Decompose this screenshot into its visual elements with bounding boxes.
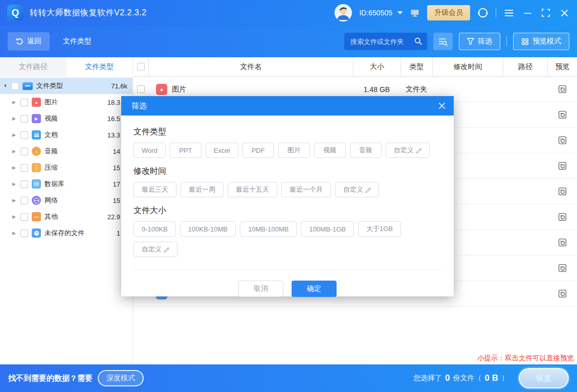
selection-mid: 份文件（: [453, 374, 482, 383]
row-checkbox[interactable]: [137, 85, 145, 93]
size-option-100kb-10mb[interactable]: 100KB-10MB: [180, 221, 236, 237]
size-option-10mb-100mb[interactable]: 10MB-100MB: [240, 221, 297, 237]
tree-checkbox[interactable]: [20, 131, 28, 139]
caret-right-icon[interactable]: [12, 149, 20, 154]
filetype-option-video[interactable]: 视频: [314, 143, 346, 158]
tree-checkbox[interactable]: [20, 213, 28, 221]
caret-right-icon[interactable]: [12, 100, 20, 105]
monitor-icon[interactable]: [410, 9, 420, 17]
time-option-3days[interactable]: 最近三天: [134, 182, 176, 197]
tree-item-network[interactable]: 网络 15: [0, 192, 132, 209]
tree-item-other[interactable]: 其他 22.9: [0, 209, 132, 225]
time-custom-button[interactable]: 自定义: [335, 182, 379, 197]
tree-checkbox[interactable]: [20, 115, 28, 123]
chevron-down-icon[interactable]: [397, 11, 403, 14]
tree-checkbox[interactable]: [20, 148, 28, 155]
tab-file-path[interactable]: 文件路径: [0, 57, 66, 77]
caret-down-icon[interactable]: [3, 83, 11, 88]
preview-mode-button[interactable]: 预览模式: [513, 33, 569, 50]
column-preview[interactable]: 预览: [547, 57, 577, 76]
menu-icon[interactable]: [503, 7, 515, 18]
size-option-100mb-1gb[interactable]: 100MB-1GB: [301, 221, 354, 237]
caret-right-icon[interactable]: [12, 116, 20, 121]
search-icon[interactable]: [414, 37, 423, 45]
recover-button[interactable]: 恢复: [519, 368, 569, 388]
list-search-icon: [438, 37, 448, 46]
list-search-button[interactable]: [433, 33, 453, 50]
upgrade-member-button[interactable]: 升级会员: [427, 5, 470, 20]
search-box: [344, 33, 427, 50]
tree-checkbox[interactable]: [20, 180, 28, 188]
close-window-icon[interactable]: [559, 7, 570, 18]
deep-mode-button[interactable]: 深度模式: [98, 370, 144, 386]
size-custom-button[interactable]: 自定义: [134, 242, 177, 257]
preview-button[interactable]: [558, 238, 567, 247]
preview-button[interactable]: [558, 263, 567, 273]
tree-item-audio[interactable]: 音频 14: [0, 143, 132, 159]
filetype-option-audio[interactable]: 音频: [350, 143, 382, 158]
preview-button[interactable]: [558, 135, 567, 145]
filter-button[interactable]: 筛选: [459, 33, 500, 50]
tree-item-images[interactable]: 图片 18.3: [0, 94, 132, 110]
tab-file-type[interactable]: 文件类型: [66, 57, 133, 77]
tree-item-videos[interactable]: 视频 16.5: [0, 110, 132, 127]
customer-service-icon[interactable]: [477, 7, 489, 18]
custom-label: 自定义: [142, 245, 162, 254]
column-filename[interactable]: 文件名: [148, 57, 353, 76]
network-icon: [32, 196, 41, 205]
tree-checkbox[interactable]: [20, 197, 28, 204]
select-all-checkbox[interactable]: [137, 63, 145, 71]
preview-button[interactable]: [558, 84, 567, 94]
tree-item-database[interactable]: 数据库 17: [0, 176, 132, 192]
back-button[interactable]: 返回: [8, 32, 50, 51]
time-option-1month[interactable]: 最近一个月: [281, 182, 331, 197]
column-size[interactable]: 大小: [353, 57, 401, 76]
funnel-icon: [467, 38, 474, 45]
filetype-option-ppt[interactable]: PPT: [170, 143, 202, 158]
filetype-custom-button[interactable]: 自定义: [386, 143, 430, 158]
deep-scan-prompt: 找不到需要的数据？需要: [8, 374, 93, 383]
tree-item-unsaved-files[interactable]: 未保存的文件 1: [0, 225, 132, 241]
maximize-icon[interactable]: [540, 7, 551, 18]
dialog-title: 筛选: [131, 101, 147, 111]
caret-right-icon[interactable]: [12, 230, 20, 236]
video-icon: [32, 114, 41, 123]
caret-right-icon[interactable]: [12, 165, 20, 170]
tree-checkbox[interactable]: [20, 99, 28, 106]
size-option-gt-1gb[interactable]: 大于1GB: [358, 221, 401, 237]
time-option-1week[interactable]: 最近一周: [181, 182, 224, 197]
app-window: Q 转转大师数据恢复软件V2.2.3.2 ID:650505 升级会员: [0, 0, 577, 392]
tree-item-archives[interactable]: 压缩 15: [0, 159, 132, 176]
tree-item-documents[interactable]: 文档 13.3: [0, 127, 132, 143]
table-header: 文件名 大小 类型 修改时间 路径 预览: [133, 57, 577, 77]
preview-button[interactable]: [558, 289, 567, 298]
preview-button[interactable]: [558, 161, 567, 171]
filetype-option-excel[interactable]: Excel: [206, 143, 238, 158]
tree-checkbox[interactable]: [20, 229, 28, 237]
tip-text: 小提示：双击文件可以直接预览: [477, 354, 574, 363]
cancel-button[interactable]: 取消: [238, 281, 283, 297]
minimize-icon[interactable]: [522, 7, 533, 18]
filetype-option-word[interactable]: Word: [134, 143, 166, 158]
caret-right-icon[interactable]: [12, 132, 20, 137]
time-option-15days[interactable]: 最近十五天: [228, 182, 277, 197]
caret-right-icon[interactable]: [12, 214, 20, 219]
preview-button[interactable]: [558, 110, 567, 120]
dialog-close-button[interactable]: [438, 102, 446, 109]
column-type[interactable]: 类型: [401, 57, 432, 76]
filetype-option-pdf[interactable]: PDF: [242, 143, 274, 158]
caret-right-icon[interactable]: [12, 198, 20, 203]
column-modified-time[interactable]: 修改时间: [432, 57, 503, 76]
tree-checkbox[interactable]: [11, 82, 19, 90]
confirm-button[interactable]: 确定: [292, 281, 337, 297]
user-avatar[interactable]: [335, 4, 352, 21]
tree-item-file-type[interactable]: 文件类型 71.6k: [0, 78, 132, 94]
preview-button[interactable]: [558, 212, 567, 222]
tree-checkbox[interactable]: [20, 164, 28, 172]
preview-button[interactable]: [558, 187, 567, 196]
caret-right-icon[interactable]: [12, 181, 20, 187]
filetype-option-image[interactable]: 图片: [278, 143, 310, 158]
file-name: 图片: [172, 85, 186, 94]
size-option-0-100kb[interactable]: 0-100KB: [134, 221, 176, 237]
column-path[interactable]: 路径: [503, 57, 547, 76]
